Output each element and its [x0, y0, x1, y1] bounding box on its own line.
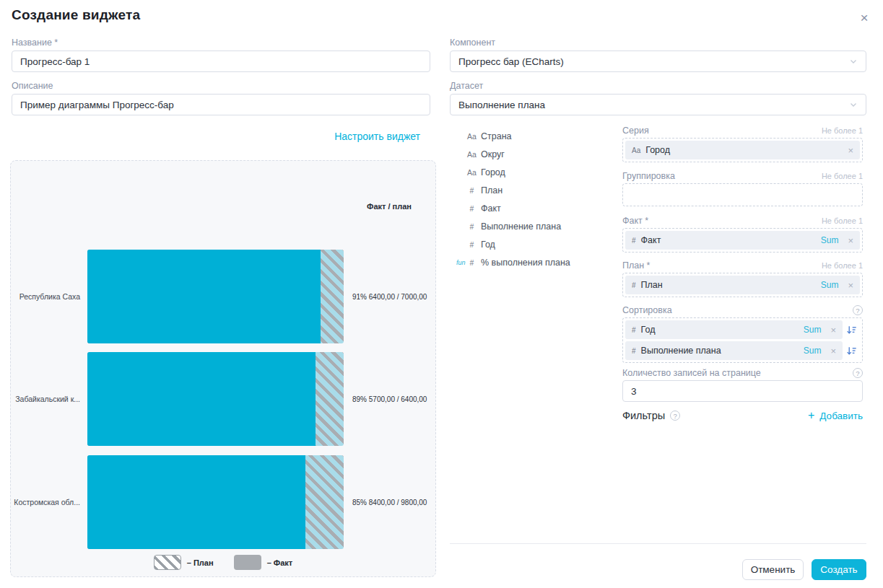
sort-descending-icon[interactable]: [843, 346, 860, 356]
number-type-icon: #: [466, 186, 477, 195]
text-type-icon: Aa: [466, 132, 477, 141]
widget-preview-panel: Факт / план Республика Саха 91% 6400,00 …: [10, 160, 436, 577]
create-button[interactable]: Создать: [812, 559, 866, 580]
legend-label: – Факт: [267, 558, 293, 567]
number-type-icon: #: [466, 204, 477, 213]
bar-value-label: 85% 8400,00 / 9800,00: [352, 499, 427, 506]
plan-label-row: План * Не более 1: [622, 260, 863, 271]
aggregation-selector[interactable]: Sum: [804, 346, 822, 356]
legend-item-fact: – Факт: [234, 555, 293, 570]
dataset-value: Выполнение плана: [458, 100, 849, 110]
grouping-label: Группировка: [622, 171, 675, 181]
aggregation-selector[interactable]: Sum: [821, 235, 839, 245]
chevron-down-icon: [849, 100, 858, 109]
fact-label: Факт *: [622, 216, 648, 226]
remove-chip-icon[interactable]: ×: [848, 235, 853, 246]
plan-hatched-swatch: [154, 555, 181, 570]
sort-chip-god[interactable]: # Год Sum ×: [625, 320, 843, 339]
cancel-button[interactable]: Отменить: [742, 559, 804, 580]
name-input[interactable]: [12, 51, 430, 72]
number-type-icon: #: [466, 222, 477, 231]
filters-title: Фильтры: [622, 410, 665, 421]
plan-dropzone[interactable]: # План Sum ×: [622, 273, 863, 297]
dataset-select[interactable]: Выполнение плана: [450, 94, 866, 115]
chart-bar-row: Костромская обл... 85% 8400,00 / 9800,00: [11, 455, 435, 549]
number-type-icon: #: [632, 237, 636, 245]
bar-plan-track[interactable]: [87, 250, 344, 343]
legend-item-plan: – План: [154, 555, 214, 570]
aggregation-selector[interactable]: Sum: [804, 325, 822, 335]
dataset-fields-list: AaСтрана AaОкруг AaГород #План #Факт #Вы…: [456, 127, 619, 271]
plus-icon: +: [808, 410, 814, 421]
grouping-limit: Не более 1: [822, 172, 863, 180]
fact-dropzone[interactable]: # Факт Sum ×: [622, 228, 863, 253]
close-icon[interactable]: ×: [856, 10, 872, 26]
field-item-plan[interactable]: #План: [456, 181, 619, 199]
series-chip-gorod[interactable]: Aa Город ×: [625, 141, 860, 159]
field-item-vypolnenie-plana[interactable]: #Выполнение плана: [456, 217, 619, 235]
series-label: Серия: [622, 126, 649, 136]
plan-chip[interactable]: # План Sum ×: [625, 276, 860, 294]
field-item-strana[interactable]: AaСтрана: [456, 127, 619, 145]
number-type-icon: #: [632, 326, 636, 334]
component-label: Компонент: [450, 38, 495, 48]
page-size-label: Количество записей на странице: [622, 368, 761, 378]
function-icon: fun: [456, 259, 466, 266]
fact-chip[interactable]: # Факт Sum ×: [625, 231, 860, 250]
series-label-row: Серия Не более 1: [622, 126, 863, 136]
bar-value-label: 91% 6400,00 / 7000,00: [352, 293, 427, 301]
number-type-icon: #: [632, 347, 636, 355]
sort-descending-icon[interactable]: [843, 325, 860, 335]
number-type-icon: #: [466, 258, 477, 267]
fact-solid-swatch: [234, 555, 261, 570]
sort-chip-vypolnenie[interactable]: # Выполнение плана Sum ×: [625, 341, 843, 360]
remove-chip-icon[interactable]: ×: [830, 325, 836, 335]
description-input[interactable]: [12, 94, 430, 115]
remove-chip-icon[interactable]: ×: [830, 346, 836, 356]
legend-label: – План: [187, 558, 214, 567]
number-type-icon: #: [466, 240, 477, 249]
fact-limit: Не более 1: [822, 216, 863, 225]
chevron-down-icon: [849, 57, 858, 66]
component-value: Прогресс бар (ECharts): [458, 56, 849, 67]
component-select[interactable]: Прогресс бар (ECharts): [450, 51, 866, 72]
bar-plan-track[interactable]: [87, 455, 344, 549]
remove-chip-icon[interactable]: ×: [848, 280, 853, 291]
help-icon[interactable]: ?: [853, 305, 863, 315]
dialog-title: Создание виджета: [12, 7, 140, 23]
bar-value-label: 89% 5700,00 / 6400,00: [352, 395, 427, 403]
series-dropzone[interactable]: Aa Город ×: [622, 138, 863, 162]
text-type-icon: Aa: [466, 150, 477, 159]
chart-bar-row: Забайкальский к... 89% 5700,00 / 6400,00: [11, 352, 435, 446]
aggregation-selector[interactable]: Sum: [821, 280, 839, 290]
description-label: Описание: [12, 81, 53, 91]
chart-bar-row: Республика Саха 91% 6400,00 / 7000,00: [11, 250, 435, 343]
chart-legend: – План – Факт: [11, 555, 435, 570]
grouping-dropzone[interactable]: [622, 183, 863, 206]
page-size-input[interactable]: [622, 380, 863, 402]
help-icon[interactable]: ?: [670, 411, 680, 421]
field-item-fakt[interactable]: #Факт: [456, 199, 619, 217]
field-item-percent-vypolneniya[interactable]: fun#% выполнения плана: [456, 253, 619, 271]
plan-limit: Не более 1: [822, 261, 863, 270]
fact-label-row: Факт * Не более 1: [622, 216, 863, 226]
remove-chip-icon[interactable]: ×: [848, 145, 853, 156]
bar-fact-fill[interactable]: [87, 352, 316, 446]
bar-plan-track[interactable]: [87, 352, 344, 446]
name-label: Название *: [12, 38, 58, 48]
sorting-dropzone[interactable]: # Год Sum × # Выполнение плана Sum ×: [622, 317, 863, 363]
create-widget-dialog: Создание виджета × Название * Описание Н…: [0, 0, 883, 588]
field-item-god[interactable]: #Год: [456, 235, 619, 253]
footer-divider: [450, 543, 866, 544]
bar-fact-fill[interactable]: [87, 455, 305, 549]
configure-widget-link[interactable]: Настроить виджет: [334, 131, 420, 142]
add-filter-button[interactable]: + Добавить: [808, 410, 863, 421]
field-item-gorod[interactable]: AaГород: [456, 163, 619, 181]
text-type-icon: Aa: [632, 146, 640, 154]
help-icon[interactable]: ?: [853, 368, 863, 378]
text-type-icon: Aa: [466, 168, 477, 177]
bar-fact-fill[interactable]: [87, 250, 321, 343]
sort-row-vypolnenie: # Выполнение плана Sum ×: [625, 341, 860, 360]
field-item-okrug[interactable]: AaОкруг: [456, 145, 619, 163]
chart-series-header: Факт / план: [367, 202, 412, 211]
